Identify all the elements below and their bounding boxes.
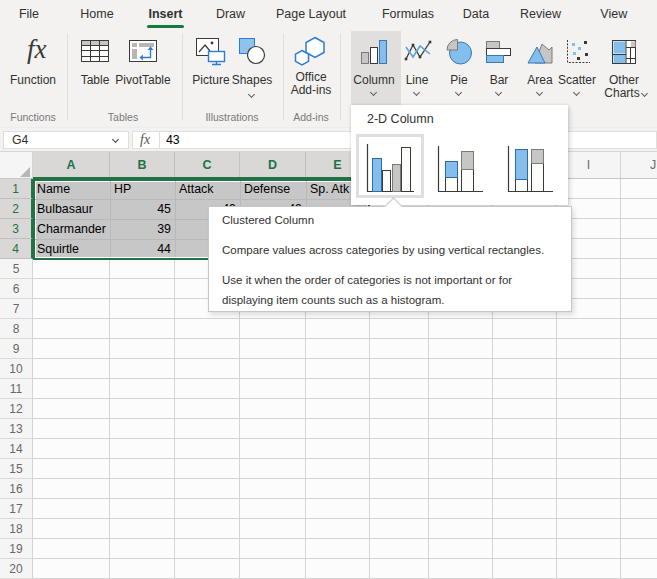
tooltip-paragraph-2-line1: Use it when the order of categories is n… [222,274,512,286]
group-separator [182,34,183,120]
area-button[interactable]: Area [527,73,552,87]
row-header-14[interactable]: 14 [0,439,33,459]
group-label-illustrations: Illustrations [205,111,258,123]
row-header-8[interactable]: 8 [0,319,33,339]
cell-A1[interactable]: Name [37,179,106,199]
tab-formulas[interactable]: Formulas [382,7,434,21]
picture-button[interactable]: Picture [192,73,229,87]
bar-button[interactable]: Bar [490,73,509,87]
ribbon-tab-bar: FileHomeInsertDrawPage LayoutFormulasDat… [0,0,657,28]
function-fx-icon[interactable]: fx [27,34,47,65]
scatter-chart-icon[interactable] [564,38,592,70]
other-charts-icon[interactable] [610,38,638,70]
scatter-dropdown-chevron-icon[interactable] [573,89,580,96]
shapes-dropdown-chevron-icon[interactable] [248,91,255,98]
row-header-16[interactable]: 16 [0,479,33,499]
select-all-corner[interactable] [0,152,33,178]
column-header-A[interactable]: A [33,152,110,178]
row-header-17[interactable]: 17 [0,499,33,519]
row-header-10[interactable]: 10 [0,359,33,379]
selected-columns-underline [33,177,370,179]
tooltip-title: Clustered Column [222,214,314,226]
table-icon[interactable] [80,36,110,70]
picture-icon[interactable] [195,35,227,71]
line-button[interactable]: Line [406,73,429,87]
tab-draw[interactable]: Draw [216,7,245,21]
cell-B3[interactable]: 39 [114,219,171,239]
row-header-18[interactable]: 18 [0,519,33,539]
row-header-13[interactable]: 13 [0,419,33,439]
row-header-15[interactable]: 15 [0,459,33,479]
clustered-column-tooltip: Clustered Column Compare values across c… [208,206,572,312]
cell-B2[interactable]: 45 [114,199,171,219]
pie-dropdown-chevron-icon[interactable] [455,89,462,96]
tab-page-layout[interactable]: Page Layout [276,7,346,21]
pie-chart-icon[interactable] [445,38,473,70]
name-box[interactable]: G4 [3,131,129,149]
tab-insert[interactable]: Insert [148,7,182,21]
gridline [620,179,621,579]
excel-window: FileHomeInsertDrawPage LayoutFormulasDat… [0,0,657,579]
row-header-12[interactable]: 12 [0,399,33,419]
bar-dropdown-chevron-icon[interactable] [495,89,502,96]
tooltip-paragraph-1: Compare values across categories by usin… [222,244,544,256]
row-header-19[interactable]: 19 [0,539,33,559]
cell-B4[interactable]: 44 [114,239,171,259]
column-header-B[interactable]: B [110,152,175,178]
row-header-7[interactable]: 7 [0,299,33,319]
group-label-addins: Add-ins [293,111,329,123]
tab-review[interactable]: Review [520,7,561,21]
pie-button[interactable]: Pie [450,73,467,87]
shapes-icon[interactable] [237,36,267,70]
pivottable-icon[interactable] [128,36,158,70]
cell-A2[interactable]: Bulbasaur [37,199,106,219]
tab-view[interactable]: View [600,7,627,21]
other-charts-dropdown-chevron-icon[interactable] [641,90,648,97]
tooltip-paragraph-2-line2: displaying item counts such as a histogr… [222,294,444,306]
row-header-2[interactable]: 2 [0,199,33,219]
insert-function-fx-icon[interactable]: fx [140,132,150,148]
row-header-9[interactable]: 9 [0,339,33,359]
row-header-5[interactable]: 5 [0,259,33,279]
tab-home[interactable]: Home [80,7,113,21]
cell-B1[interactable]: HP [114,179,171,199]
line-dropdown-chevron-icon[interactable] [413,89,420,96]
tab-data[interactable]: Data [463,7,489,21]
office-addins-button[interactable]: Office [295,70,326,84]
cell-D1[interactable]: Defense [244,179,302,199]
row-header-11[interactable]: 11 [0,379,33,399]
table-button[interactable]: Table [81,73,110,87]
group-separator [340,34,341,120]
select-all-triangle-icon [20,167,30,177]
cell-C1[interactable]: Attack [179,179,236,199]
option-100-stacked-column[interactable] [505,137,555,199]
area-dropdown-chevron-icon[interactable] [536,89,543,96]
function-button[interactable]: Function [10,73,56,87]
column-header-C[interactable]: C [175,152,240,178]
line-chart-icon[interactable] [404,38,432,70]
option-stacked-column[interactable] [435,137,485,199]
other-charts-button-line2[interactable]: Charts [604,86,639,100]
scatter-button[interactable]: Scatter [558,73,596,87]
cell-A4[interactable]: Squirtle [37,239,106,259]
row-header-3[interactable]: 3 [0,219,33,239]
column-button[interactable]: Column [353,73,394,87]
other-charts-button[interactable]: Other [609,73,639,87]
pivottable-button[interactable]: PivotTable [115,73,170,87]
row-header-6[interactable]: 6 [0,279,33,299]
option-clustered-column[interactable] [364,137,414,199]
bar-chart-icon[interactable] [485,38,513,70]
row-header-1[interactable]: 1 [0,179,33,199]
office-addins-icon[interactable] [293,36,329,72]
area-chart-icon[interactable] [526,38,554,70]
cell-A3[interactable]: Charmander [37,219,106,239]
office-addins-button-line2[interactable]: Add-ins [291,83,332,97]
column-header-D[interactable]: D [240,152,306,178]
group-label-tables: Tables [108,111,138,123]
column-header-J[interactable]: J [621,152,657,178]
row-header-4[interactable]: 4 [0,239,33,259]
tab-file[interactable]: File [19,7,39,21]
row-header-20[interactable]: 20 [0,559,33,579]
column-chart-icon[interactable] [360,38,388,70]
shapes-button[interactable]: Shapes [232,73,273,87]
